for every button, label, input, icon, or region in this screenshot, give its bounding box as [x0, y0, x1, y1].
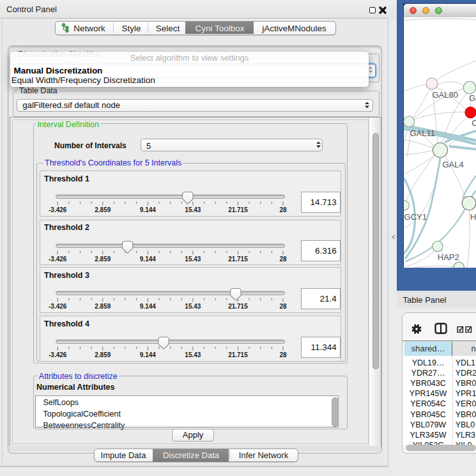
svg-text:9.144: 9.144	[140, 351, 156, 358]
svg-text:2.859: 2.859	[95, 255, 111, 262]
svg-text:GCY1: GCY1	[404, 212, 427, 222]
svg-text:-3.426: -3.426	[49, 303, 67, 310]
svg-text:C: C	[472, 118, 476, 128]
svg-text:GAL11: GAL11	[410, 128, 436, 138]
svg-text:9.144: 9.144	[140, 206, 156, 213]
svg-text:28: 28	[280, 206, 288, 213]
svg-text:2.859: 2.859	[95, 351, 111, 358]
svg-text:GAL80: GAL80	[432, 90, 457, 100]
svg-text:2.859: 2.859	[95, 206, 111, 213]
svg-text:15.43: 15.43	[185, 351, 201, 358]
svg-text:28: 28	[280, 351, 288, 358]
svg-text:15.43: 15.43	[185, 255, 201, 262]
svg-text:28: 28	[280, 255, 288, 262]
svg-text:2.859: 2.859	[95, 303, 111, 310]
svg-text:21.715: 21.715	[229, 255, 249, 262]
svg-text:15.43: 15.43	[185, 206, 201, 213]
svg-text:-3.426: -3.426	[49, 206, 67, 213]
svg-text:21.715: 21.715	[229, 351, 249, 358]
svg-text:9.144: 9.144	[140, 303, 156, 310]
svg-text:-3.426: -3.426	[49, 255, 67, 262]
svg-text:H: H	[470, 212, 476, 222]
svg-text:21.715: 21.715	[229, 303, 249, 310]
svg-text:15.43: 15.43	[185, 303, 201, 310]
svg-text:-3.426: -3.426	[49, 351, 67, 358]
svg-text:GA: GA	[469, 93, 476, 103]
svg-text:GAL4: GAL4	[443, 160, 464, 169]
svg-text:21.715: 21.715	[229, 206, 249, 213]
svg-text:9.144: 9.144	[140, 255, 156, 262]
svg-text:28: 28	[280, 303, 288, 310]
svg-text:HAP2: HAP2	[438, 252, 459, 262]
